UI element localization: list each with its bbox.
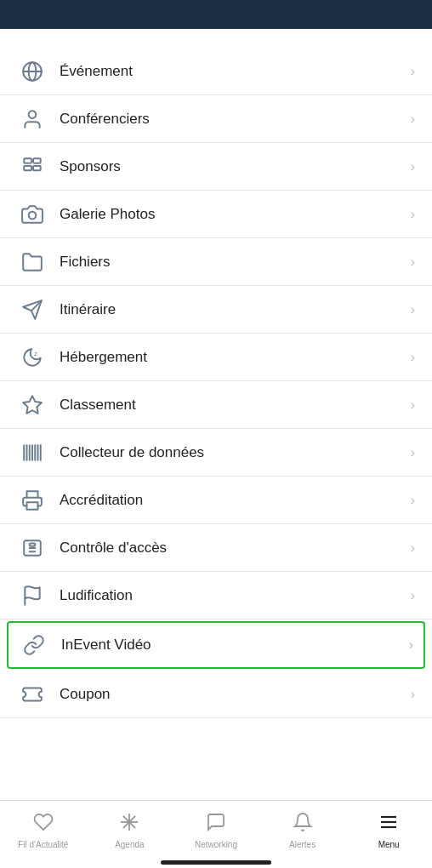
icon-link [19, 630, 49, 660]
tab-label-fil: Fil d'Actualité [18, 840, 68, 849]
tab-icon-fil [33, 812, 54, 837]
tab-agenda[interactable]: Agenda [87, 812, 173, 849]
menu-item-sponsors[interactable]: Sponsors › [0, 143, 432, 191]
tab-icon-alertes [293, 812, 313, 837]
tab-alertes[interactable]: Alertes [259, 812, 346, 849]
menu-item-coupon[interactable]: Coupon › [0, 671, 432, 718]
chevron-icon-galerie: › [411, 207, 415, 222]
menu-label-evenement: Événement [60, 63, 411, 80]
icon-folder [17, 247, 48, 277]
tab-label-agenda: Agenda [115, 840, 144, 849]
menu-item-evenement[interactable]: Événement › [0, 48, 432, 95]
menu-label-classement: Classement [60, 397, 411, 414]
tab-menu[interactable]: Menu [345, 812, 432, 849]
section-label [0, 29, 432, 48]
icon-ticket [17, 679, 48, 710]
tab-bar: Fil d'Actualité Agenda Networking Alerte… [0, 800, 432, 868]
menu-item-accreditation[interactable]: Accréditation › [0, 477, 432, 524]
icon-moon [17, 342, 48, 373]
chevron-icon-accreditation: › [411, 493, 415, 508]
header [0, 0, 432, 29]
menu-label-galerie: Galerie Photos [60, 206, 411, 223]
menu-label-controle: Contrôle d'accès [60, 540, 411, 557]
menu-item-conferenciers[interactable]: Conférenciers › [0, 95, 432, 143]
menu-item-classement[interactable]: Classement › [0, 381, 432, 429]
chevron-icon-inevent-video: › [409, 637, 413, 653]
menu-item-collecteur[interactable]: Collecteur de données › [0, 429, 432, 477]
icon-star [17, 390, 48, 420]
menu-label-fichiers: Fichiers [60, 254, 411, 271]
tab-label-networking: Networking [195, 840, 237, 849]
chevron-icon-itineraire: › [411, 302, 415, 317]
menu-label-coupon: Coupon [60, 686, 411, 703]
tab-label-menu: Menu [378, 840, 400, 849]
icon-printer [17, 485, 48, 516]
chevron-icon-classement: › [411, 397, 415, 413]
menu-item-ludification[interactable]: Ludification › [0, 572, 432, 620]
menu-item-controle[interactable]: Contrôle d'accès › [0, 524, 432, 572]
menu-label-itineraire: Itinéraire [60, 301, 411, 318]
icon-person [17, 104, 48, 134]
icon-flag [17, 580, 48, 611]
tab-networking[interactable]: Networking [173, 812, 259, 849]
chevron-icon-fichiers: › [411, 254, 415, 270]
tab-label-alertes: Alertes [289, 840, 315, 849]
chevron-icon-sponsors: › [411, 159, 415, 174]
tab-fil[interactable]: Fil d'Actualité [0, 812, 87, 849]
menu-label-sponsors: Sponsors [60, 158, 411, 175]
chevron-icon-coupon: › [411, 687, 415, 702]
menu-label-accreditation: Accréditation [60, 492, 411, 509]
tab-icon-networking [206, 812, 226, 837]
home-indicator [161, 860, 271, 865]
menu-label-ludification: Ludification [60, 587, 411, 604]
menu-label-hebergement: Hébergement [60, 349, 411, 366]
chevron-icon-collecteur: › [411, 445, 415, 460]
tab-icon-agenda [119, 812, 139, 837]
menu-item-inevent-video[interactable]: InEvent Vidéo › [7, 621, 425, 669]
menu-item-hebergement[interactable]: Hébergement › [0, 334, 432, 381]
icon-send [17, 294, 48, 325]
menu-list: Événement › Conférenciers › Sponsors › G… [0, 48, 432, 718]
chevron-icon-controle: › [411, 540, 415, 556]
menu-item-fichiers[interactable]: Fichiers › [0, 238, 432, 286]
icon-camera [17, 199, 48, 230]
icon-sponsors [17, 151, 48, 182]
menu-item-itineraire[interactable]: Itinéraire › [0, 286, 432, 334]
icon-barcode [17, 437, 48, 468]
menu-label-inevent-video: InEvent Vidéo [61, 637, 409, 654]
tab-icon-menu [378, 812, 399, 837]
chevron-icon-evenement: › [411, 64, 415, 79]
chevron-icon-hebergement: › [411, 350, 415, 365]
chevron-icon-ludification: › [411, 588, 415, 603]
icon-globe [17, 56, 48, 87]
icon-badge [17, 533, 48, 563]
menu-label-collecteur: Collecteur de données [60, 444, 411, 461]
menu-label-conferenciers: Conférenciers [60, 111, 411, 128]
chevron-icon-conferenciers: › [411, 111, 415, 127]
menu-item-galerie[interactable]: Galerie Photos › [0, 191, 432, 238]
